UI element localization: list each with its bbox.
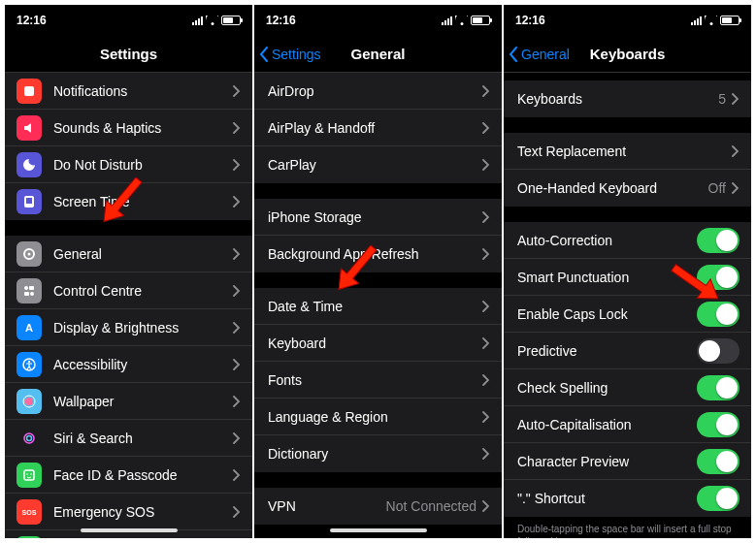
status-indicators — [192, 16, 241, 25]
status-time: 12:16 — [266, 14, 296, 27]
battery-icon — [720, 16, 740, 25]
signal-icon — [442, 16, 452, 25]
section-footer: Double-tapping the space bar will insert… — [504, 517, 751, 538]
home-indicator[interactable] — [81, 528, 178, 532]
row-emergency-sos[interactable]: SOSEmergency SOS — [5, 494, 252, 530]
toggle[interactable] — [697, 338, 740, 364]
row-label: Fonts — [268, 372, 482, 388]
toggle[interactable] — [697, 449, 740, 474]
row-character-preview[interactable]: Character Preview — [504, 443, 751, 480]
toggle[interactable] — [697, 486, 740, 511]
row-label: Keyboards — [517, 91, 718, 107]
row-label: Emergency SOS — [53, 504, 233, 520]
svg-point-15 — [27, 435, 32, 440]
battery-icon — [16, 536, 42, 539]
chevron-icon — [732, 182, 740, 194]
sos-icon: SOS — [16, 499, 42, 525]
row-do-not-disturb[interactable]: Do Not Disturb — [5, 146, 252, 183]
chevron-icon — [233, 322, 241, 334]
row-check-spelling[interactable]: Check Spelling — [504, 369, 751, 406]
toggle[interactable] — [697, 265, 740, 290]
row-language-region[interactable]: Language & Region — [254, 399, 502, 435]
phone-panel-1: 12:16SettingsGeneralAirDropAirPlay & Han… — [254, 5, 502, 538]
row-carplay[interactable]: CarPlay — [254, 146, 502, 183]
toggle[interactable] — [697, 375, 740, 400]
row-label: Wallpaper — [53, 394, 233, 409]
row-face-id-passcode[interactable]: Face ID & Passcode — [5, 457, 252, 494]
row-auto-capitalisation[interactable]: Auto-Capitalisation — [504, 406, 751, 443]
nav-bar: Settings — [5, 36, 252, 73]
row-screen-time[interactable]: Screen Time — [5, 183, 252, 220]
row-label: Face ID & Passcode — [53, 467, 233, 483]
list[interactable]: NotificationsSounds & HapticsDo Not Dist… — [5, 73, 252, 538]
chevron-icon — [233, 122, 241, 134]
section: Date & TimeKeyboardFontsLanguage & Regio… — [254, 288, 502, 472]
row-auto-correction[interactable]: Auto-Correction — [504, 222, 751, 259]
chevron-icon — [233, 506, 241, 518]
toggle[interactable] — [697, 228, 740, 253]
status-bar: 12:16 — [504, 5, 751, 36]
row-one-handed-keyboard[interactable]: One-Handed KeyboardOff — [504, 170, 751, 207]
svg-rect-6 — [29, 286, 34, 290]
row-sounds-haptics[interactable]: Sounds & Haptics — [5, 110, 252, 146]
row-airdrop[interactable]: AirDrop — [254, 73, 502, 110]
svg-point-14 — [24, 433, 34, 443]
chevron-icon — [233, 196, 241, 208]
row-general[interactable]: General — [5, 236, 252, 272]
toggle-knob — [716, 451, 738, 472]
toggle[interactable] — [697, 302, 740, 327]
svg-point-4 — [28, 252, 31, 255]
row-display-brightness[interactable]: ADisplay & Brightness — [5, 309, 252, 346]
row-date-time[interactable]: Date & Time — [254, 288, 502, 325]
wifi-icon — [455, 16, 468, 25]
section: iPhone StorageBackground App Refresh — [254, 199, 502, 272]
row-label: Notifications — [53, 83, 233, 99]
row-notifications[interactable]: Notifications — [5, 73, 252, 110]
toggle[interactable] — [697, 412, 740, 437]
row-background-app-refresh[interactable]: Background App Refresh — [254, 236, 502, 272]
list[interactable]: AirDropAirPlay & HandoffCarPlayiPhone St… — [254, 73, 502, 538]
back-button[interactable]: Settings — [254, 47, 321, 62]
row-airplay-handoff[interactable]: AirPlay & Handoff — [254, 110, 502, 146]
back-button[interactable]: General — [504, 47, 570, 62]
row-label: One-Handed Keyboard — [517, 180, 708, 196]
row-iphone-storage[interactable]: iPhone Storage — [254, 199, 502, 236]
row-label: Dictionary — [268, 446, 482, 462]
chevron-icon — [482, 411, 490, 423]
row-label: Enable Caps Lock — [517, 306, 697, 322]
svg-point-5 — [24, 286, 28, 290]
row-fonts[interactable]: Fonts — [254, 362, 502, 399]
general-icon — [16, 241, 42, 267]
home-indicator[interactable] — [330, 528, 427, 532]
list[interactable]: Keyboards5Text ReplacementOne-Handed Key… — [504, 73, 751, 538]
row-predictive[interactable]: Predictive — [504, 333, 751, 369]
chevron-icon — [233, 85, 241, 97]
row-wallpaper[interactable]: Wallpaper — [5, 383, 252, 420]
section: Auto-CorrectionSmart PunctuationEnable C… — [504, 222, 751, 517]
row-accessibility[interactable]: Accessibility — [5, 346, 252, 383]
row--shortcut[interactable]: "." Shortcut — [504, 480, 751, 517]
row-label: Siri & Search — [53, 431, 233, 446]
row-label: Accessibility — [53, 357, 233, 372]
svg-text:SOS: SOS — [22, 509, 37, 516]
row-smart-punctuation[interactable]: Smart Punctuation — [504, 259, 751, 296]
row-label: Auto-Correction — [517, 233, 697, 248]
row-enable-caps-lock[interactable]: Enable Caps Lock — [504, 296, 751, 333]
row-keyboards[interactable]: Keyboards5 — [504, 80, 751, 117]
wallpaper-icon — [16, 389, 42, 414]
row-siri-search[interactable]: Siri & Search — [5, 420, 252, 457]
row-label: iPhone Storage — [268, 209, 482, 225]
chevron-icon — [482, 448, 490, 460]
section: Text ReplacementOne-Handed KeyboardOff — [504, 133, 751, 207]
row-vpn[interactable]: VPNNot Connected — [254, 488, 502, 525]
row-label: Sounds & Haptics — [53, 120, 233, 136]
row-control-centre[interactable]: Control Centre — [5, 272, 252, 309]
svg-point-17 — [26, 473, 28, 475]
siri-icon — [16, 426, 42, 451]
toggle-knob — [716, 488, 738, 509]
row-keyboard[interactable]: Keyboard — [254, 325, 502, 362]
row-text-replacement[interactable]: Text Replacement — [504, 133, 751, 170]
row-dictionary[interactable]: Dictionary — [254, 435, 502, 472]
back-chevron-icon — [508, 47, 519, 62]
battery-icon — [471, 16, 490, 25]
